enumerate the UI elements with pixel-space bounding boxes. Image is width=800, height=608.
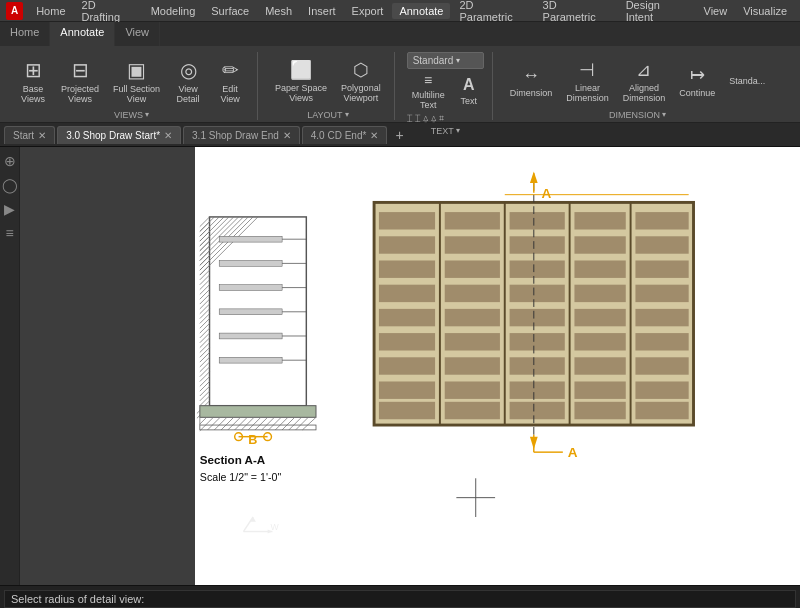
svg-rect-99 <box>379 333 435 350</box>
tab-add-button[interactable]: + <box>389 127 409 143</box>
svg-text:B: B <box>248 433 257 447</box>
svg-line-20 <box>200 260 210 270</box>
base-views-button[interactable]: ⊞ BaseViews <box>14 54 52 108</box>
paper-space-icon: ⬜ <box>290 59 312 81</box>
svg-line-71 <box>235 417 248 430</box>
app-logo[interactable]: A <box>6 2 23 20</box>
menu-2d-param[interactable]: 2D Parametric <box>452 0 533 25</box>
polygonal-viewport-button[interactable]: ⬡ PolygonalViewport <box>336 54 386 108</box>
tab-shop-draw-start-close[interactable]: ✕ <box>164 130 172 141</box>
text-button[interactable]: A Text <box>454 72 484 110</box>
menu-view[interactable]: View <box>697 3 735 19</box>
status-bar: Select radius of detail view: Select pos… <box>0 585 800 608</box>
view-detail-button[interactable]: ◎ ViewDetail <box>169 54 207 108</box>
svg-rect-129 <box>574 402 625 419</box>
dimension-label: Dimension <box>510 88 553 98</box>
menu-export[interactable]: Export <box>345 3 391 19</box>
ribbon-tab-home[interactable]: Home <box>0 22 50 46</box>
tab-cd-end-label: 4.0 CD End* <box>311 130 367 141</box>
ribbon-group-views: ⊞ BaseViews ⊟ ProjectedViews ▣ Full Sect… <box>6 52 258 120</box>
views-buttons: ⊞ BaseViews ⊟ ProjectedViews ▣ Full Sect… <box>14 52 249 108</box>
edit-view-button[interactable]: ✏ EditView <box>211 54 249 108</box>
canvas[interactable]: B Section A-A Scale 1/2" = 1'-0" <box>20 147 800 585</box>
ribbon-group-text: Standard ▾ ≡ MultilineText A Text ⌶ ⌶ <box>399 52 493 120</box>
svg-rect-133 <box>635 285 688 302</box>
svg-line-22 <box>200 270 210 280</box>
tab-shop-draw-end[interactable]: 3.1 Shop Draw End ✕ <box>183 126 300 144</box>
tab-shop-draw-start[interactable]: 3.0 Shop Draw Start* ✕ <box>57 126 181 144</box>
continue-button[interactable]: ↦ Continue <box>674 54 720 108</box>
layout-group-label: LAYOUT <box>307 110 342 120</box>
tab-start[interactable]: Start ✕ <box>4 126 55 144</box>
menu-design-intent[interactable]: Design Intent <box>619 0 695 25</box>
text-icon-5[interactable]: ⌗ <box>439 113 444 124</box>
svg-line-27 <box>200 294 210 304</box>
svg-line-153 <box>243 517 253 532</box>
ribbon-tab-view[interactable]: View <box>115 22 160 46</box>
menu-home[interactable]: Home <box>29 3 72 19</box>
text-icon-3[interactable]: ⍙ <box>423 113 428 124</box>
menu-3d-param[interactable]: 3D Parametric <box>536 0 617 25</box>
ribbon-tab-annotate[interactable]: Annotate <box>50 22 115 46</box>
menu-annotate[interactable]: Annotate <box>392 3 450 19</box>
svg-line-32 <box>200 319 210 329</box>
svg-line-31 <box>200 314 210 324</box>
full-section-label: Full SectionView <box>113 84 160 104</box>
svg-text:Scale 1/2" = 1'-0": Scale 1/2" = 1'-0" <box>200 471 282 483</box>
projected-views-icon: ⊟ <box>72 58 89 82</box>
tab-shop-draw-end-close[interactable]: ✕ <box>283 130 291 141</box>
standa-label: Standa... <box>729 76 765 86</box>
full-section-button[interactable]: ▣ Full SectionView <box>108 54 165 108</box>
paper-space-button[interactable]: ⬜ Paper SpaceViews <box>270 54 332 108</box>
ribbon: Home Annotate View ⊞ BaseViews ⊟ Project… <box>0 22 800 123</box>
sidebar-icon-4[interactable]: ≡ <box>5 225 13 241</box>
text-icon-1[interactable]: ⌶ <box>407 113 412 124</box>
svg-line-47 <box>200 391 210 401</box>
text-buttons: ≡ MultilineText A Text <box>407 72 484 110</box>
svg-line-38 <box>200 348 210 358</box>
svg-marker-146 <box>530 437 538 450</box>
svg-rect-120 <box>510 402 565 419</box>
sidebar-icon-1[interactable]: ⊕ <box>4 153 16 169</box>
svg-rect-105 <box>445 260 500 277</box>
svg-rect-104 <box>445 236 500 253</box>
aligned-dim-button[interactable]: ⊿ AlignedDimension <box>618 54 671 108</box>
tab-cd-end-close[interactable]: ✕ <box>370 130 378 141</box>
tab-start-close[interactable]: ✕ <box>38 130 46 141</box>
linear-dim-button[interactable]: ⊣ LinearDimension <box>561 54 614 108</box>
sidebar-icon-2[interactable]: ◯ <box>2 177 18 193</box>
ribbon-tabs: Home Annotate View <box>0 22 800 46</box>
svg-rect-128 <box>574 381 625 398</box>
layout-buttons: ⬜ Paper SpaceViews ⬡ PolygonalViewport <box>270 52 386 108</box>
menu-insert[interactable]: Insert <box>301 3 343 19</box>
menu-modeling[interactable]: Modeling <box>144 3 203 19</box>
text-style-dropdown[interactable]: Standard ▾ <box>407 52 484 69</box>
svg-line-69 <box>221 417 234 430</box>
projected-views-button[interactable]: ⊟ ProjectedViews <box>56 54 104 108</box>
svg-line-18 <box>200 251 210 261</box>
svg-line-44 <box>200 377 210 387</box>
svg-rect-123 <box>574 260 625 277</box>
svg-rect-132 <box>635 260 688 277</box>
svg-rect-100 <box>379 357 435 374</box>
svg-line-26 <box>200 290 210 300</box>
svg-line-70 <box>228 417 241 430</box>
standa-button[interactable]: Standa... <box>724 54 770 108</box>
svg-rect-112 <box>510 212 565 229</box>
text-icon-2[interactable]: ⌶ <box>415 113 420 124</box>
menu-surface[interactable]: Surface <box>204 3 256 19</box>
menu-2d-drafting[interactable]: 2D Drafting <box>75 0 142 25</box>
continue-label: Continue <box>679 88 715 98</box>
svg-rect-115 <box>510 285 565 302</box>
text-icon-4[interactable]: ⍙ <box>431 113 436 124</box>
svg-rect-53 <box>219 285 282 291</box>
drawing-area[interactable]: B Section A-A Scale 1/2" = 1'-0" <box>195 147 800 585</box>
svg-rect-63 <box>200 406 316 418</box>
svg-line-67 <box>208 417 221 430</box>
menu-visualize[interactable]: Visualize <box>736 3 794 19</box>
tab-cd-end[interactable]: 4.0 CD End* ✕ <box>302 126 388 144</box>
multiline-text-button[interactable]: ≡ MultilineText <box>407 72 450 110</box>
dimension-button[interactable]: ↔ Dimension <box>505 54 558 108</box>
menu-mesh[interactable]: Mesh <box>258 3 299 19</box>
sidebar-icon-3[interactable]: ▶ <box>4 201 15 217</box>
